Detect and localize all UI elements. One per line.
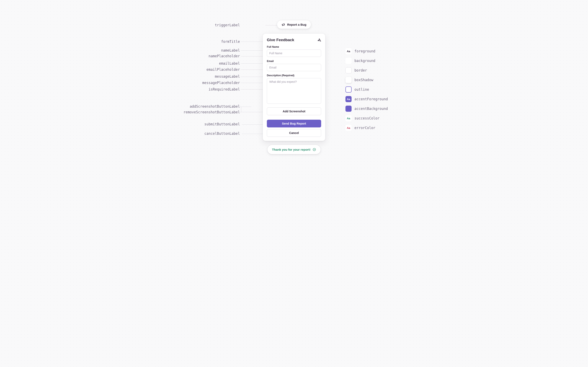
annotation-messagePlaceholder: messagePlaceholder [202,81,240,85]
megaphone-icon [282,23,285,26]
annotation-isRequiredLabel: isRequiredLabel [208,87,240,92]
name-label: Full Name [267,45,321,48]
swatch-successColor: Aa [346,115,352,121]
annotation-formTitle: formTitle [221,40,240,44]
email-label: Email [267,60,321,63]
annotation-emailLabel: emailLabel [219,62,240,66]
swatch-errorColor: Aa [346,125,352,131]
annotation-removeScreenshotButtonLabel: removeScreenshotButtonLabel [183,110,240,114]
legend-label: border [355,68,367,72]
cancel-button[interactable]: Cancel [267,129,321,137]
swatch-background [346,58,352,64]
annotation-cancelButtonLabel: cancelButtonLabel [204,132,240,136]
success-message: Thank you for your report! [268,145,320,154]
color-legend: Aa foreground background border boxShado… [346,48,388,131]
annotation-addScreenshotButtonLabel: addScreenshotButtonLabel [190,105,240,109]
message-label: Description (Required) [267,74,321,77]
message-textarea[interactable] [267,78,321,104]
legend-boxShadow: boxShadow [346,77,388,83]
legend-label: foreground [355,49,375,53]
legend-label: boxShadow [355,78,373,82]
svg-point-0 [313,148,316,151]
legend-label: accentBackground [355,107,388,111]
feedback-form: Give Feedback Full Name Email Descriptio… [263,34,325,141]
check-circle-icon [312,148,316,151]
report-bug-trigger[interactable]: Report a Bug [277,20,311,29]
annotation-namePlaceholder: namePlaceholder [208,54,240,58]
trigger-label: Report a Bug [287,23,306,26]
legend-label: successColor [355,116,380,120]
legend-outline: outline [346,86,388,92]
legend-border: border [346,67,388,73]
legend-accentForeground: Aa accentForeground [346,96,388,102]
annotation-nameLabel: nameLabel [221,49,240,53]
swatch-accentBackground [346,106,352,112]
legend-label: outline [355,87,369,92]
legend-label: accentForeground [355,97,388,101]
swatch-outline [346,86,352,92]
center-column: Report a Bug Give Feedback Full Name Ema… [263,0,325,154]
sentry-logo-icon [317,38,321,42]
swatch-accentForeground: Aa [346,96,352,102]
success-message-text: Thank you for your report! [272,148,310,151]
name-input[interactable] [267,50,321,57]
annotation-emailPlaceholder: emailPlaceholder [207,68,240,72]
form-title: Give Feedback [267,38,294,42]
legend-label: errorColor [355,126,375,130]
legend-label: background [355,59,375,63]
swatch-border [346,67,352,73]
swatch-foreground: Aa [346,48,352,54]
email-input[interactable] [267,64,321,71]
legend-successColor: Aa successColor [346,115,388,121]
legend-errorColor: Aa errorColor [346,125,388,131]
legend-background: background [346,58,388,64]
annotation-messageLabel: messageLabel [215,75,240,79]
submit-button[interactable]: Send Bug Report [267,120,321,127]
annotation-triggerLabel: triggerLabel [215,23,240,27]
swatch-boxShadow [346,77,352,83]
legend-foreground: Aa foreground [346,48,388,54]
annotation-submitButtonLabel: submitButtonLabel [204,122,240,126]
add-screenshot-button[interactable]: Add Screenshot [267,108,321,115]
legend-accentBackground: accentBackground [346,106,388,112]
